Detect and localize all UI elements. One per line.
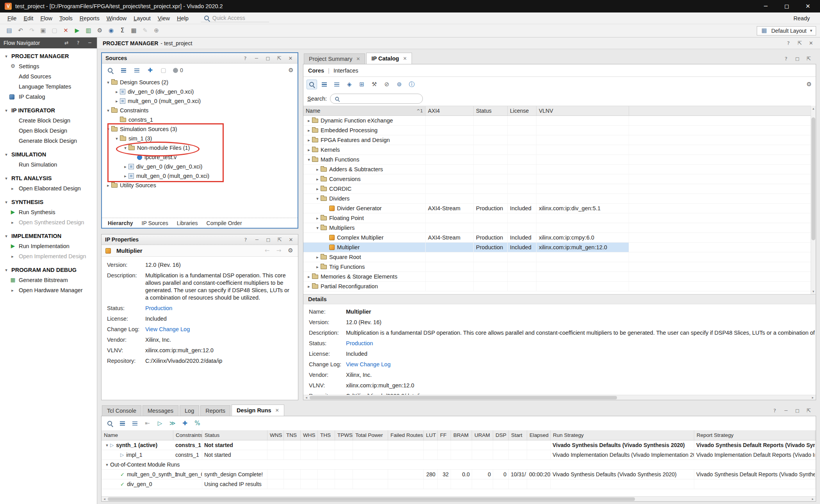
scrollbar-thumb[interactable] — [811, 117, 815, 240]
expander-icon[interactable]: ▸ — [314, 167, 321, 172]
property-value[interactable]: Production — [346, 340, 816, 347]
column-header-tns[interactable]: TNS — [284, 430, 301, 440]
paste-button[interactable]: ▢ — [49, 26, 60, 35]
sources-tree-item[interactable]: ▾Design Sources (2) — [102, 78, 298, 87]
column-header-status[interactable]: Status — [202, 430, 267, 440]
scrollbar-thumb[interactable] — [108, 497, 635, 501]
sources-tree-item[interactable]: ▸mult_gen_0 (mult_gen_0.xci) — [102, 171, 298, 181]
column-header-lut[interactable]: LUT — [424, 430, 438, 440]
expander-icon[interactable]: ▸ — [9, 254, 16, 259]
minimize-icon[interactable]: ─ — [783, 408, 790, 413]
expander-icon[interactable]: ▾ — [104, 443, 110, 448]
minimize-icon[interactable]: ─ — [253, 56, 260, 61]
layout-selector[interactable]: ▦ Default Layout ▾ — [757, 26, 816, 35]
back-icon[interactable]: ← — [264, 248, 271, 254]
expand-all-button[interactable] — [130, 419, 140, 428]
tab-design-runs[interactable]: Design Runs✕ — [232, 405, 284, 416]
close-icon[interactable]: ✕ — [275, 408, 279, 413]
minimize-icon[interactable]: ─ — [253, 237, 260, 242]
expander-icon[interactable]: ▸ — [314, 216, 321, 221]
column-header-wns[interactable]: WNS — [267, 430, 284, 440]
chevron-down-icon[interactable]: ▾ — [3, 176, 9, 181]
design-run-row[interactable]: ▷impl_1constrs_1Not startedVivado Implem… — [102, 450, 816, 460]
expander-icon[interactable]: ▾ — [122, 146, 128, 151]
maximize-icon[interactable]: ◻ — [794, 56, 801, 61]
close-icon[interactable]: ✕ — [403, 56, 407, 61]
flow-item-open-hardware-manager[interactable]: ▸Open Hardware Manager — [0, 285, 97, 295]
expander-icon[interactable]: ▸ — [122, 164, 128, 169]
flow-section-simulation[interactable]: ▾SIMULATION — [0, 149, 97, 160]
flow-item-generate-block-design[interactable]: Generate Block Design — [0, 136, 97, 146]
tab-log[interactable]: Log — [180, 405, 199, 416]
catalog-row[interactable]: Divider GeneratorAXI4-StreamProductionIn… — [303, 204, 816, 213]
column-header-dsp[interactable]: DSP — [493, 430, 509, 440]
catalog-row[interactable]: ▸Partial Reconfiguration — [303, 282, 816, 291]
chevron-down-icon[interactable]: ▾ — [3, 108, 9, 113]
debug-button[interactable]: ⊕ — [151, 26, 162, 35]
sources-tab-compile-order[interactable]: Compile Order — [203, 219, 246, 227]
catalog-row[interactable]: ▸CORDIC — [303, 184, 816, 194]
sources-tab-libraries[interactable]: Libraries — [173, 219, 201, 227]
expander-icon[interactable]: ▸ — [314, 255, 321, 260]
expander-icon[interactable]: ▸ — [114, 89, 120, 94]
flow-section-program-and-debug[interactable]: ▾PROGRAM AND DEBUG — [0, 264, 97, 275]
fast-forward-button[interactable]: ≫ — [167, 419, 178, 428]
chevron-down-icon[interactable]: ▾ — [3, 54, 9, 59]
expander-icon[interactable]: ▸ — [122, 174, 128, 179]
design-run-row[interactable]: ▾Out-of-Context Module Runs — [102, 460, 816, 470]
close-icon[interactable]: ✕ — [287, 56, 294, 61]
menu-window[interactable]: Window — [103, 14, 130, 23]
help-icon[interactable]: ? — [75, 41, 82, 46]
add-button[interactable]: ✚ — [145, 66, 155, 75]
expander-icon[interactable]: ▾ — [306, 157, 312, 162]
tab-ip-catalog[interactable]: IP Catalog✕ — [366, 53, 412, 64]
view-cores[interactable]: Cores — [308, 67, 324, 74]
column-header-total-power[interactable]: Total Power — [353, 430, 388, 440]
expander-icon[interactable]: ▸ — [314, 177, 321, 182]
catalog-row[interactable]: ▸Floating Point — [303, 213, 816, 223]
sources-tree-item[interactable]: ipcore_test.v — [102, 153, 298, 162]
details-horizontal-scrollbar[interactable]: ◂ ▸ — [303, 395, 816, 400]
flow-item-open-elaborated-design[interactable]: ▸Open Elaborated Design — [0, 183, 97, 193]
scrollbar-thumb[interactable] — [310, 396, 617, 399]
catalog-row[interactable]: ▸Dynamic Function eXchange — [303, 116, 816, 126]
menu-reports[interactable]: Reports — [76, 14, 103, 23]
catalog-row[interactable]: ▸Kernels — [303, 145, 816, 155]
expander-icon[interactable]: ▸ — [314, 264, 321, 270]
collapse-all-button[interactable] — [118, 66, 129, 75]
expander-icon[interactable]: ▸ — [306, 284, 312, 289]
expander-icon[interactable]: ▸ — [114, 99, 120, 104]
menu-file[interactable]: File — [4, 14, 20, 23]
minimize-icon[interactable]: ─ — [86, 41, 93, 46]
expander-icon[interactable]: ▾ — [105, 108, 111, 113]
search-button[interactable] — [307, 80, 317, 89]
close-icon[interactable]: ✕ — [804, 4, 811, 9]
flow-item-create-block-design[interactable]: Create Block Design — [0, 115, 97, 126]
catalog-row[interactable]: ▸Conversions — [303, 174, 816, 184]
flow-item-run-synthesis[interactable]: ▶Run Synthesis — [0, 207, 97, 217]
column-header-ff[interactable]: FF — [438, 430, 451, 440]
layout-button[interactable]: ⊞ — [357, 80, 367, 89]
property-value[interactable]: View Change Log — [346, 361, 816, 368]
settings-button[interactable]: ⚙ — [94, 26, 105, 35]
float-icon[interactable]: ⇱ — [276, 56, 283, 61]
column-header-status[interactable]: Status — [474, 106, 508, 115]
vertical-scrollbar[interactable]: ▴ ▾ — [811, 106, 816, 294]
sources-tree-item[interactable]: ▾Simulation Sources (3) — [102, 124, 298, 134]
expander-icon[interactable]: ▾ — [314, 225, 321, 231]
web-button[interactable]: ⊚ — [394, 80, 405, 89]
catalog-row[interactable]: ▾Multipliers — [303, 223, 816, 233]
help-icon[interactable]: ? — [242, 237, 249, 242]
maximize-icon[interactable]: ◻ — [265, 237, 272, 242]
column-header-name[interactable]: Name^1 — [303, 106, 426, 115]
step-button[interactable]: ◉ — [106, 26, 116, 35]
column-header-tpws[interactable]: TPWS — [335, 430, 353, 440]
expander-icon[interactable]: ▸ — [9, 186, 16, 191]
scroll-left-icon[interactable]: ◂ — [303, 396, 309, 399]
flow-section-rtl-analysis[interactable]: ▾RTL ANALYSIS — [0, 173, 97, 183]
catalog-row[interactable]: ▾Dividers — [303, 194, 816, 204]
expander-icon[interactable]: ▸ — [105, 183, 111, 188]
column-header-failed-routes[interactable]: Failed Routes — [388, 430, 424, 440]
design-run-row[interactable]: ✓mult_gen_0_synth_1mult_gen_0synth_desig… — [102, 470, 816, 479]
ip-settings-button[interactable]: ⚒ — [369, 80, 380, 89]
